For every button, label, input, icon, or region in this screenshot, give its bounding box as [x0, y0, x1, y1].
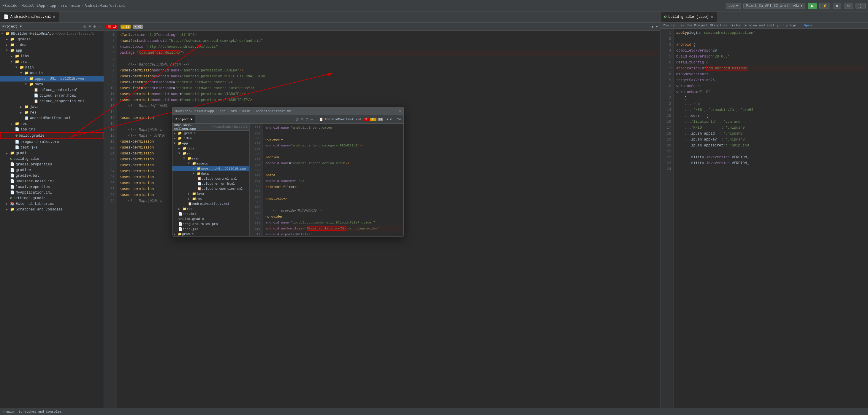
popup-tree-test-jks[interactable]: 📄 test.jks — [173, 227, 249, 232]
popup-tree-assets[interactable]: ▼ 📁 assets — [173, 161, 249, 166]
popup-tree-dcloud-control[interactable]: 📋 dcloud_control.xml — [173, 176, 249, 181]
breadcrumb-main[interactable]: main — [71, 4, 80, 8]
stop-button[interactable]: ■ — [833, 3, 841, 9]
sidebar-item-build-gradle-root[interactable]: ▶ ⚙ build.gradle — [0, 156, 103, 162]
breadcrumb-file[interactable]: AndroidManifest.xml — [85, 4, 125, 8]
popup-sidebar[interactable]: HBuilder-HelloUniApp ~/Downloads/latest/… — [173, 124, 250, 236]
sidebar-item-scratches[interactable]: ▶ 📁 Scratches and Consoles — [0, 207, 103, 212]
popup-content: HBuilder-HelloUniApp ~/Downloads/latest/… — [173, 124, 403, 236]
popup-tree-res[interactable]: ▶ 📁 res — [173, 196, 249, 201]
popup-arrow-gradle: ▶ — [174, 132, 178, 135]
status-scratches[interactable]: Scratches and Consoles — [19, 410, 61, 414]
sidebar-item-test-jks[interactable]: ▶ 📄 test.jks — [0, 145, 103, 150]
sidebar-item-proguard[interactable]: ▶ 📄 proguard-rules.pro — [0, 139, 103, 145]
more-button[interactable]: ⋮ — [856, 3, 866, 9]
sidebar-item-gradle-props[interactable]: ▶ 📄 gradle.properties — [0, 162, 103, 167]
sidebar-item-gradle-hidden[interactable]: ▶ 📁 .gradle — [0, 36, 103, 42]
sidebar-item-src[interactable]: ▼ 📁 src — [0, 59, 103, 65]
notification-link[interactable]: Open — [804, 24, 812, 27]
device-selector[interactable]: Pixel_3a_API_32_arm64-v8a ▼ — [743, 3, 805, 9]
popup-manifest-info: 45 — [378, 118, 383, 121]
breadcrumb-project[interactable]: HBuilder-HelloUniApp — [2, 4, 45, 8]
sidebar-item-idea[interactable]: ▶ 📁 .idea — [0, 42, 103, 48]
sidebar-item-gradlew-bat[interactable]: ▶ 📄 gradlew.bat — [0, 173, 103, 178]
popup-tree-app-iml[interactable]: 📄 app.iml — [173, 211, 249, 216]
settings-icon[interactable]: ⚙ — [93, 24, 96, 30]
sidebar-item-settings-gradle[interactable]: ▶ ⚙ settings.gradle — [0, 195, 103, 201]
tab-close-manifest[interactable]: ✕ — [53, 14, 55, 19]
sidebar-item-myapp-iml[interactable]: ▶ 📄 MyApplication.iml — [0, 190, 103, 195]
popup-tree-app[interactable]: ▼ 📁 app — [173, 141, 249, 146]
sync-button[interactable]: ↻ — [844, 3, 853, 9]
popup-close-icon[interactable]: — — [310, 116, 313, 123]
popup-tree-dcloud-error[interactable]: 📄 dcloud_error.html — [173, 181, 249, 186]
popup-code-content[interactable]: android:name="android.intent.categ <cate… — [263, 124, 403, 236]
sidebar-item-assets[interactable]: ▼ 📁 assets — [0, 70, 103, 76]
sidebar-content[interactable]: ▼ 📁 HBuilder-HelloUniApp ~/Downloads/lat… — [0, 31, 103, 408]
sidebar-item-libs[interactable]: ▶ 📁 libs — [0, 54, 103, 59]
popup-tree-src[interactable]: ▼ 📁 src — [173, 151, 249, 156]
popup-tab-project[interactable]: Project ▼ — [173, 115, 195, 123]
popup-tree-main[interactable]: ▼ 📁 main — [173, 156, 249, 161]
breadcrumb-app[interactable]: app — [50, 4, 56, 8]
popup-collapse-icon[interactable]: ≡ — [300, 116, 304, 123]
sidebar-item-res-app[interactable]: ▶ 📁 res — [0, 121, 103, 127]
popup-tree-manifest[interactable]: 📋 AndroidManifest.xml — [173, 201, 249, 206]
sidebar-item-local-props[interactable]: ▶ 📄 local.properties — [0, 184, 103, 190]
sidebar-item-dcloud-control[interactable]: ▶ 📋 dcloud_control.xml — [0, 87, 103, 93]
breadcrumb-src[interactable]: src — [61, 4, 67, 8]
sidebar-item-java[interactable]: ▶ 📁 java — [0, 104, 103, 110]
sidebar-item-dcloud-properties[interactable]: ▶ 📋 dcloud_properties.xml — [0, 98, 103, 104]
sidebar-item-res-main[interactable]: ▶ 📁 res — [0, 110, 103, 115]
popup-locate-icon[interactable]: ◎ — [296, 116, 299, 123]
scroll-down-btn[interactable]: ▼ — [656, 25, 658, 29]
gradle-code-content[interactable]: apply plugin: 'com.android.application' … — [674, 29, 868, 408]
tree-root[interactable]: ▼ 📁 HBuilder-HelloUniApp ~/Downloads/lat… — [0, 31, 103, 36]
locate-icon[interactable]: ◎ — [83, 24, 86, 30]
popup-editor-inner[interactable]: 291292293294295 296297298299300 30130230… — [250, 124, 403, 236]
sidebar-item-app[interactable]: ▼ 📁 app — [0, 48, 103, 54]
popup-tree-data[interactable]: ▼ 📁 data — [173, 171, 249, 176]
popup-tree-build-gradle[interactable]: ⚙ build.gradle — [173, 216, 249, 221]
close-sidebar-icon[interactable]: — — [98, 24, 101, 30]
sidebar-item-app-iml[interactable]: ▶ 📄 app.iml — [0, 127, 103, 132]
sidebar-item-apps-uni[interactable]: ▶ 📁 apps.__UNI__D912C1B.www — [0, 76, 103, 81]
popup-tree-idea[interactable]: ▶ 📁 .idea — [173, 136, 249, 141]
sidebar-item-build-gradle[interactable]: ▶ ⚙ build.gradle — [0, 132, 103, 139]
popup-tree-gradle-root[interactable]: ▶ 📁 gradle — [173, 232, 249, 236]
tab-build-gradle[interactable]: ⚙ build.gradle (:app) ✕ — [660, 12, 717, 22]
label-settings-gradle: settings.gradle — [13, 196, 45, 200]
sidebar-item-dcloud-error[interactable]: ▶ 📄 dcloud_error.html — [0, 93, 103, 98]
gradle-line-numbers: 12345 678910 1112131415 1617181920 21222… — [660, 29, 674, 408]
app-selector[interactable]: app ▼ — [726, 3, 741, 9]
popup-tree-proguard[interactable]: 📄 proguard-rules.pro — [173, 221, 249, 227]
scroll-up-btn[interactable]: ▲ — [652, 25, 654, 29]
debug-button[interactable]: ⚡ — [819, 3, 830, 9]
collapse-all-icon[interactable]: ≡ — [88, 24, 91, 30]
popup-arrow-assets: ▼ — [188, 162, 192, 165]
popup-tree-dcloud-props[interactable]: 📋 dcloud_properties.xml — [173, 186, 249, 191]
popup-tree-res-app[interactable]: ▶ 📁 res — [173, 206, 249, 211]
run-button[interactable]: ▶ — [808, 3, 817, 9]
sidebar-item-data[interactable]: ▼ 📁 data — [0, 81, 103, 87]
popup-editor[interactable]: 291292293294295 296297298299300 30130230… — [250, 124, 403, 236]
tab-close-gradle[interactable]: ✕ — [711, 14, 713, 19]
sidebar-item-gradlew[interactable]: ▶ 📄 gradlew — [0, 167, 103, 173]
sidebar-item-hbuilder-iml[interactable]: ▶ 📄 HBuilder-Hello.iml — [0, 178, 103, 184]
popup-close-btn[interactable]: ✕ — [399, 109, 401, 113]
right-editor[interactable]: 12345 678910 1112131415 1617181920 21222… — [660, 29, 868, 408]
tab-android-manifest[interactable]: 📄 AndroidManifest.xml ✕ — [0, 12, 59, 22]
popup-tab-manifest[interactable]: 📋 AndroidManifest.xml 19 11 45 ▲ ▼ — [316, 115, 395, 123]
popup-scroll-up[interactable]: ▲ — [387, 118, 389, 121]
sidebar-item-ext-libs[interactable]: ▶ 📚 External Libraries — [0, 201, 103, 207]
popup-settings-icon[interactable]: ⚙ — [305, 116, 309, 123]
sidebar-item-main[interactable]: ▼ 📁 main — [0, 65, 103, 70]
gradle-line-4: compileSdkVersion 29 — [676, 48, 866, 54]
popup-tree-libs[interactable]: ▶ 📁 libs — [173, 146, 249, 151]
popup-tree-gradle[interactable]: ▶ 📁 .gradle — [173, 131, 249, 136]
popup-tree-java[interactable]: ▶ 📁 java — [173, 191, 249, 196]
sidebar-item-android-manifest[interactable]: ▶ 📋 AndroidManifest.xml — [0, 115, 103, 121]
popup-scroll-down[interactable]: ▼ — [390, 118, 392, 121]
sidebar-item-gradle-root[interactable]: ▶ 📁 gradle — [0, 150, 103, 156]
popup-tree-apps-uni[interactable]: ▶ 📁 apps.__UNI__D912C1B.www — [173, 166, 249, 171]
